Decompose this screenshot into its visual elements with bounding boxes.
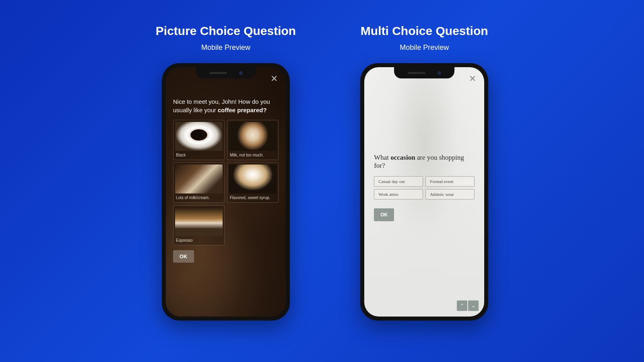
coffee-flavored-image: [229, 165, 277, 193]
close-button[interactable]: ✕: [467, 74, 478, 84]
phone-speaker: [209, 72, 227, 74]
close-icon: ✕: [469, 74, 476, 83]
picture-option-cream[interactable]: Lots of milk/cream.: [173, 162, 225, 203]
picture-option-label: Milk, not too much.: [229, 151, 277, 158]
nav-arrows: ⌃ ⌄: [457, 300, 479, 311]
picture-option-milk[interactable]: Milk, not too much.: [227, 120, 279, 160]
phone-notch: [196, 67, 256, 78]
picture-options-grid: Black Milk, not too much. Lots of milk/c…: [173, 120, 279, 245]
picture-option-label: Flavored, sweet syrup.: [229, 193, 277, 201]
phone-notch: [394, 67, 454, 78]
picture-option-label: Black: [175, 151, 223, 158]
close-icon: ✕: [270, 74, 278, 83]
coffee-pour-image: [175, 165, 223, 193]
multi-choice-section: Multi Choice Question Mobile Preview ✕ W…: [360, 24, 488, 321]
chevron-down-icon: ⌄: [471, 303, 475, 309]
picture-choice-subtitle: Mobile Preview: [201, 43, 250, 52]
phone-mock-left: ✕ Nice to meet you, John! How do you usu…: [162, 63, 290, 321]
ok-button[interactable]: OK: [374, 208, 394, 221]
phone-mock-right: ✕ What occasion are you shopping for? Ca…: [360, 63, 488, 321]
question-bold: occasion: [390, 154, 415, 161]
picture-question-text: Nice to meet you, John! How do you usual…: [173, 97, 279, 114]
choice-work[interactable]: Work attire: [374, 189, 423, 200]
choice-formal[interactable]: Formal event: [425, 176, 475, 187]
multi-question-text: What occasion are you shopping for?: [374, 154, 475, 170]
multi-choice-subtitle: Mobile Preview: [400, 43, 449, 52]
coffee-latte-image: [229, 122, 277, 151]
phone-camera: [239, 71, 243, 75]
phone-camera: [438, 71, 441, 75]
coffee-espresso-image: [175, 207, 223, 236]
phone-speaker: [408, 72, 425, 74]
picture-option-label: Lots of milk/cream.: [175, 193, 223, 201]
picture-option-black[interactable]: Black: [173, 120, 225, 160]
question-bold: coffee prepared?: [218, 107, 267, 113]
coffee-black-image: [175, 122, 223, 151]
nav-down-button[interactable]: ⌄: [468, 300, 479, 311]
chevron-up-icon: ⌃: [460, 303, 464, 309]
ok-button[interactable]: OK: [173, 250, 194, 263]
picture-option-label: Espresso: [175, 236, 223, 243]
multi-choice-title: Multi Choice Question: [361, 24, 488, 38]
multi-options-grid: Casual day out Formal event Work attire …: [374, 176, 475, 200]
question-prefix: What: [374, 154, 390, 161]
close-button[interactable]: ✕: [269, 74, 279, 84]
nav-up-button[interactable]: ⌃: [457, 300, 467, 311]
picture-choice-section: Picture Choice Question Mobile Preview ✕…: [156, 24, 296, 321]
picture-choice-title: Picture Choice Question: [156, 24, 296, 38]
choice-casual[interactable]: Casual day out: [374, 176, 423, 187]
picture-option-espresso[interactable]: Espresso: [173, 205, 225, 245]
choice-athletic[interactable]: Athletic wear: [425, 189, 475, 200]
picture-option-flavored[interactable]: Flavored, sweet syrup.: [227, 162, 279, 203]
